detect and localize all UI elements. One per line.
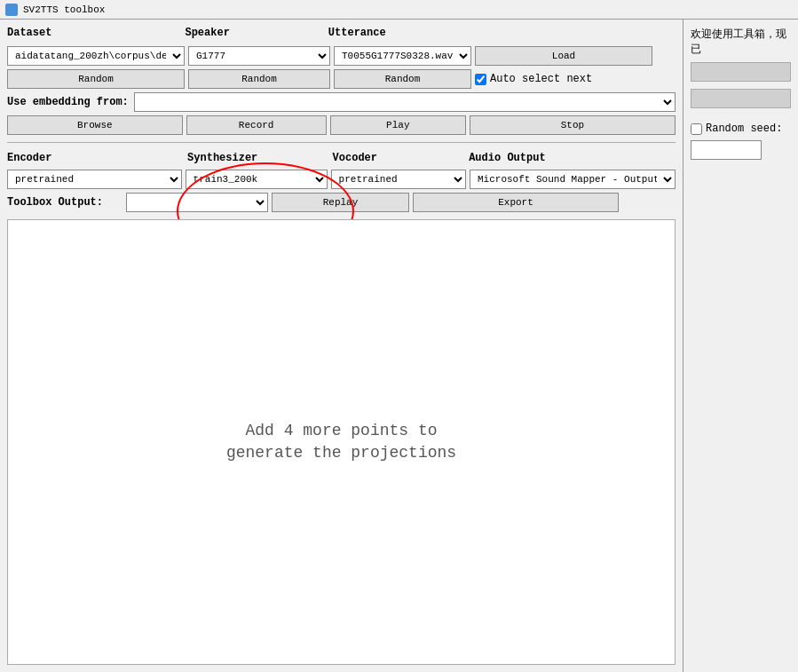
random-seed-label: Random seed:	[706, 123, 782, 135]
main-dropdowns-row: aidatatang_200zh\corpus\dev G1777 T0055G…	[7, 46, 676, 66]
toolbox-output-label: Toolbox Output:	[7, 196, 122, 209]
title-bar: SV2TTS toolbox	[0, 0, 798, 20]
audio-output-label: Audio Output	[469, 152, 676, 164]
left-panel: Dataset Speaker Utterance aidatatang_200…	[0, 20, 683, 672]
action-buttons-row: Browse Record Play Stop	[7, 115, 676, 135]
random-row: Random Random Random Auto select next	[7, 69, 676, 89]
encoder-dropdowns-row: pretrained train3_200k pretrained Micros…	[7, 170, 676, 189]
synthesizer-select[interactable]: train3_200k	[186, 170, 328, 189]
utterance-label: Utterance	[328, 27, 676, 39]
replay-button[interactable]: Replay	[272, 193, 409, 212]
play-button[interactable]: Play	[330, 115, 466, 135]
toolbox-row: Toolbox Output: Replay Export	[7, 193, 676, 212]
app-icon	[5, 4, 18, 16]
vocoder-label: Vocoder	[333, 152, 470, 164]
random-utterance-button[interactable]: Random	[334, 69, 471, 89]
auto-select-label: Auto select next	[490, 73, 592, 85]
export-button[interactable]: Export	[413, 193, 619, 212]
title-bar-label: SV2TTS toolbox	[23, 4, 105, 15]
dataset-select[interactable]: aidatatang_200zh\corpus\dev	[7, 46, 185, 66]
visualization-message: Add 4 more points togenerate the project…	[226, 420, 456, 464]
visualization-area: Add 4 more points togenerate the project…	[7, 219, 676, 665]
right-gray-bar-1	[691, 62, 791, 82]
right-gray-bar-2	[691, 89, 791, 108]
load-button[interactable]: Load	[475, 46, 652, 66]
utterance-select[interactable]: T0055G1777S0328.wav	[334, 46, 471, 66]
column-labels-row: Dataset Speaker Utterance	[7, 27, 676, 43]
main-window: Dataset Speaker Utterance aidatatang_200…	[0, 20, 798, 672]
divider-1	[7, 142, 676, 143]
auto-select-area: Auto select next	[475, 69, 652, 89]
speaker-select[interactable]: G1777	[188, 46, 330, 66]
dataset-label: Dataset	[7, 27, 185, 39]
stop-button[interactable]: Stop	[470, 115, 676, 135]
synthesizer-label: Synthesizer	[187, 152, 332, 164]
random-speaker-button[interactable]: Random	[188, 69, 330, 89]
auto-select-checkbox[interactable]	[475, 74, 486, 85]
encoder-select[interactable]: pretrained	[7, 170, 182, 189]
browse-button[interactable]: Browse	[7, 115, 183, 135]
audio-output-select[interactable]: Microsoft Sound Mapper - Output	[470, 170, 676, 189]
speaker-label: Speaker	[185, 27, 328, 39]
random-seed-input[interactable]	[691, 140, 762, 160]
right-panel: 欢迎使用工具箱，现已 Random seed:	[683, 20, 798, 672]
synthesizer-wrapper: train3_200k	[186, 170, 328, 189]
toolbox-output-select[interactable]	[126, 193, 268, 212]
random-seed-checkbox[interactable]	[691, 123, 702, 135]
encoder-label: Encoder	[7, 152, 187, 164]
random-dataset-button[interactable]: Random	[7, 69, 185, 89]
record-button[interactable]: Record	[186, 115, 327, 135]
vocoder-select[interactable]: pretrained	[331, 170, 466, 189]
right-panel-chinese-text: 欢迎使用工具箱，现已	[691, 27, 791, 57]
encoder-labels-row: Encoder Synthesizer Vocoder Audio Output	[7, 150, 676, 166]
embedding-select[interactable]	[134, 92, 676, 112]
embedding-label: Use embedding from:	[7, 96, 129, 108]
random-seed-row: Random seed:	[691, 123, 791, 135]
embedding-row: Use embedding from:	[7, 92, 676, 112]
